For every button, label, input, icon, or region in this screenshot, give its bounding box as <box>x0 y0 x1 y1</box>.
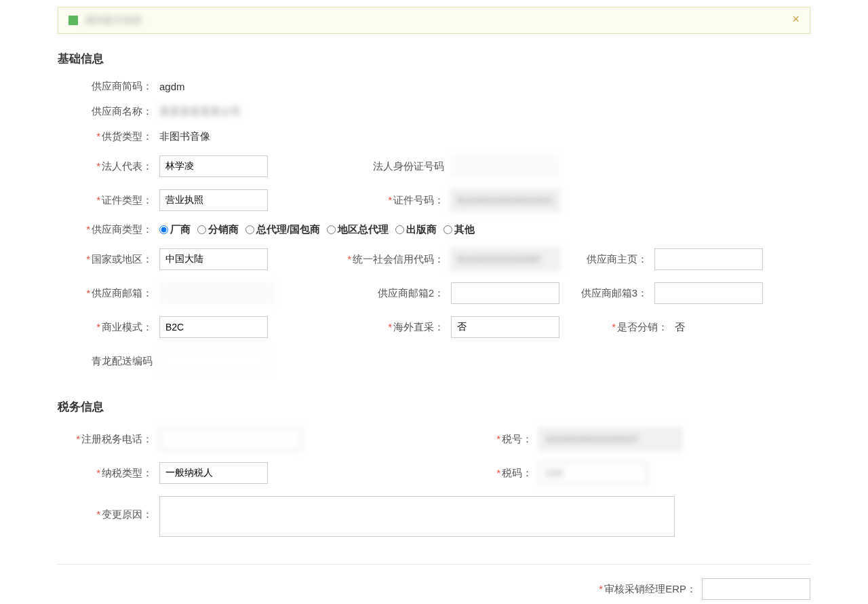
supplier-type-radios: 厂商 分销商 总代理/国包商 地区总代理 <box>159 223 477 236</box>
radio-regional-agent[interactable] <box>327 225 336 234</box>
country-label: 国家或地区： <box>58 253 159 266</box>
radio-publisher[interactable] <box>395 225 404 234</box>
alert-banner: 成功提示信息 × <box>58 7 810 34</box>
radio-manufacturer-label: 厂商 <box>170 223 191 236</box>
biz-model-label: 商业模式： <box>58 321 159 334</box>
tax-type-input[interactable] <box>159 462 268 484</box>
email3-label: 供应商邮箱3： <box>559 287 654 300</box>
change-reason-textarea[interactable] <box>159 496 675 537</box>
legal-rep-input[interactable] <box>159 155 268 177</box>
overseas-label: 海外直采： <box>302 321 451 334</box>
radio-general-agent-label: 总代理/国包商 <box>256 223 320 236</box>
country-input[interactable] <box>159 248 268 270</box>
legal-rep-label: 法人代表： <box>58 160 159 173</box>
homepage-label: 供应商主页： <box>559 253 654 266</box>
radio-distributor-label: 分销商 <box>208 223 239 236</box>
supplier-name-value: 某某某某某某公司 <box>159 105 241 118</box>
legal-id-input[interactable] <box>451 155 559 177</box>
cert-no-input[interactable] <box>451 189 559 211</box>
supplier-name-label: 供应商名称： <box>58 105 159 118</box>
basic-info-section: 基础信息 供应商简码： agdm 供应商名称： 某某某某某某公司 供货类型： 非… <box>58 51 810 372</box>
legal-id-label: 法人身份证号码 <box>302 160 451 173</box>
tax-phone-input[interactable] <box>159 428 302 450</box>
close-icon[interactable]: × <box>792 14 800 24</box>
supplier-type-label: 供应商类型： <box>58 223 159 236</box>
tax-no-label: 税号： <box>492 433 539 446</box>
email3-input[interactable] <box>654 282 763 304</box>
overseas-input[interactable] <box>451 316 559 338</box>
section-title-basic: 基础信息 <box>58 51 810 67</box>
radio-manufacturer[interactable] <box>159 225 168 234</box>
tax-type-label: 纳税类型： <box>58 467 159 480</box>
tax-no-input[interactable] <box>539 428 682 450</box>
radio-other[interactable] <box>443 225 452 234</box>
supply-type-label: 供货类型： <box>58 130 159 143</box>
change-reason-label: 变更原因： <box>58 496 159 521</box>
cert-no-label: 证件号码： <box>302 194 451 207</box>
tax-info-section: 税务信息 注册税务电话： 税号： 纳税类型： 税码： 变更原因： <box>58 399 810 537</box>
radio-distributor[interactable] <box>197 225 206 234</box>
audit-erp-input[interactable] <box>702 578 810 600</box>
email2-label: 供应商邮箱2： <box>302 287 451 300</box>
tax-code-input[interactable] <box>539 462 648 484</box>
tax-code-label: 税码： <box>492 467 539 480</box>
is-dist-value: 否 <box>675 321 685 334</box>
cert-type-label: 证件类型： <box>58 194 159 207</box>
qinglong-input[interactable] <box>159 350 268 372</box>
supplier-code-value: agdm <box>159 81 185 92</box>
qinglong-label: 青龙配送编码 <box>58 355 159 368</box>
radio-publisher-label: 出版商 <box>406 223 437 236</box>
homepage-input[interactable] <box>654 248 763 270</box>
supply-type-value: 非图书音像 <box>159 130 210 143</box>
email2-input[interactable] <box>451 282 559 304</box>
cert-type-input[interactable] <box>159 189 268 211</box>
radio-regional-agent-label: 地区总代理 <box>338 223 389 236</box>
is-dist-label: 是否分销： <box>559 321 675 334</box>
uscc-input[interactable] <box>451 248 559 270</box>
biz-model-input[interactable] <box>159 316 268 338</box>
section-title-tax: 税务信息 <box>58 399 810 415</box>
uscc-label: 统一社会信用代码： <box>302 253 451 266</box>
supplier-code-label: 供应商简码： <box>58 80 159 93</box>
email-input[interactable] <box>159 282 275 304</box>
radio-other-label: 其他 <box>454 223 475 236</box>
email-label: 供应商邮箱： <box>58 287 159 300</box>
success-icon <box>68 16 78 25</box>
alert-text: 成功提示信息 <box>85 14 142 26</box>
radio-general-agent[interactable] <box>245 225 254 234</box>
footer: 审核采销经理ERP： 提交修改 <box>58 564 810 604</box>
tax-phone-label: 注册税务电话： <box>58 433 159 446</box>
audit-erp-label: 审核采销经理ERP： <box>599 583 702 596</box>
